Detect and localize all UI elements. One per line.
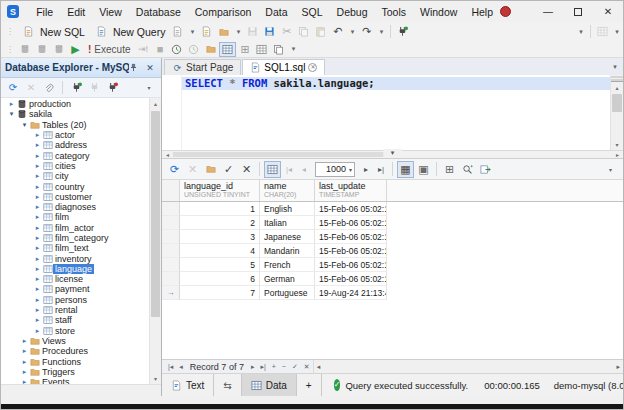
menu-edit[interactable]: Edit <box>60 1 92 22</box>
query-history-icon[interactable] <box>168 41 185 57</box>
expand-icon[interactable]: ▸ <box>33 141 42 149</box>
tree-item-customer[interactable]: ▸customer <box>1 192 149 202</box>
collapse-results-icon[interactable]: ▾ <box>383 149 403 157</box>
attach-icon[interactable] <box>41 80 57 96</box>
find-icon[interactable] <box>459 161 476 178</box>
prev-page-icon[interactable]: ◂ <box>297 161 311 178</box>
tree-item-procedures[interactable]: ▸Procedures <box>1 346 149 356</box>
expand-icon[interactable]: ▸ <box>33 244 42 252</box>
menu-view[interactable]: View <box>92 1 129 22</box>
cancel-icon[interactable]: ✕ <box>184 161 201 178</box>
tree-item-production[interactable]: ▸production <box>1 99 149 109</box>
close-button[interactable]: ✕ <box>593 1 623 22</box>
query-plan-icon[interactable] <box>202 41 219 57</box>
fetch-all-icon[interactable] <box>202 161 219 178</box>
expand-icon[interactable]: ▸ <box>33 213 42 221</box>
layout-icon[interactable]: ⊞ <box>236 41 253 57</box>
cell-last_update[interactable]: 15-Feb-06 05:02:19 <box>315 230 387 244</box>
new-window-icon[interactable] <box>270 41 287 57</box>
editor-scrollbar[interactable]: ▴ ▾ <box>610 75 623 150</box>
expand-icon[interactable]: ▸ <box>33 193 42 201</box>
expand-icon[interactable]: ▸ <box>20 337 29 345</box>
toolbar-grip[interactable]: ⋮ <box>3 45 16 54</box>
redo-icon[interactable]: ↷ <box>358 22 375 41</box>
execute-button[interactable]: ! Execute <box>84 41 134 57</box>
tree-item-payment[interactable]: ▸payment <box>1 284 149 294</box>
expand-icon[interactable]: ▸ <box>33 316 42 324</box>
data-toolbar-overflow-icon[interactable]: ▾ <box>602 161 619 178</box>
tab-sql1[interactable]: SQL1.sql ✕ <box>242 59 325 75</box>
post-edit-icon[interactable]: ✓ <box>289 363 301 371</box>
cut-icon[interactable]: ✂ <box>278 22 295 41</box>
tree-item-country[interactable]: ▸country <box>1 181 149 191</box>
paginal-mode-icon[interactable] <box>264 161 281 178</box>
tree-item-inventory[interactable]: ▸inventory <box>1 253 149 263</box>
cell-language_id[interactable]: 6 <box>180 272 260 286</box>
next-page-icon[interactable]: ▸ <box>359 161 373 178</box>
scroll-thumb[interactable] <box>612 94 622 112</box>
expand-icon[interactable]: ▸ <box>20 358 29 366</box>
tree-item-diagnoses[interactable]: ▸diagnoses <box>1 202 149 212</box>
page-size-select[interactable]: 1000 ▾ <box>315 162 355 177</box>
column-header-language_id[interactable]: language_idUNSIGNED TINYINT <box>180 180 260 201</box>
connect-icon[interactable] <box>68 80 84 96</box>
expand-icon[interactable]: ▸ <box>33 162 42 170</box>
database-icon[interactable] <box>33 41 50 57</box>
collapse-icon[interactable]: ▾ <box>20 121 29 129</box>
expand-icon[interactable]: ▸ <box>33 234 42 242</box>
last-page-icon[interactable]: ▸| <box>374 161 388 178</box>
next-record-icon[interactable]: ▸ <box>248 363 258 371</box>
tree-item-events[interactable]: ▸Events <box>1 377 149 384</box>
tree-scrollbar[interactable]: ▴ ▾ <box>149 98 161 384</box>
copy-icon[interactable] <box>295 22 312 41</box>
save-icon[interactable] <box>244 22 261 41</box>
customize-dropdown-icon[interactable]: ▾ <box>611 22 623 41</box>
open-file-dropdown-icon[interactable]: ▾ <box>232 22 244 41</box>
database-icon[interactable] <box>50 41 67 57</box>
column-header-last_update[interactable]: last_updateTIMESTAMP <box>315 180 387 201</box>
expand-icon[interactable]: ▸ <box>33 265 42 273</box>
cell-last_update[interactable]: 15-Feb-06 05:02:19 <box>315 272 387 286</box>
menu-help[interactable]: Help <box>464 1 500 22</box>
scroll-right-icon[interactable]: ▸ <box>613 363 623 371</box>
new-document-dropdown-icon[interactable]: ▾ <box>186 22 198 41</box>
cell-last_update[interactable]: 15-Feb-06 05:02:19 <box>315 216 387 230</box>
tab-start-page[interactable]: ⟳ Start Page <box>164 59 241 75</box>
apply-changes-icon[interactable]: ✓ <box>220 161 237 178</box>
tree-item-city[interactable]: ▸city <box>1 171 149 181</box>
expand-icon[interactable]: ▸ <box>7 100 16 108</box>
redo-dropdown-icon[interactable]: ▾ <box>375 22 387 41</box>
menu-comparison[interactable]: Comparison <box>188 1 259 22</box>
collapse-icon[interactable]: ▾ <box>7 110 16 118</box>
panel-close-icon[interactable]: ✕ <box>143 63 157 73</box>
query-profiler-icon[interactable] <box>185 41 202 57</box>
refresh-icon[interactable]: ⟳ <box>166 161 183 178</box>
explorer-overflow-icon[interactable]: ▾ <box>141 80 157 96</box>
table-row[interactable]: 1English15-Feb-06 05:02:19 <box>162 202 623 216</box>
tree-item-staff[interactable]: ▸staff <box>1 315 149 325</box>
new-sql-button[interactable]: New SQL <box>16 22 89 41</box>
scroll-up-icon[interactable]: ▴ <box>150 98 161 109</box>
cell-last_update[interactable]: 15-Feb-06 05:02:19 <box>315 258 387 272</box>
scroll-down-icon[interactable]: ▾ <box>150 373 161 384</box>
tree-item-store[interactable]: ▸store <box>1 326 149 336</box>
table-row[interactable]: 5French15-Feb-06 05:02:19 <box>162 258 623 272</box>
expand-icon[interactable]: ▸ <box>33 172 42 180</box>
undo-icon[interactable]: ↶ <box>329 22 346 41</box>
cell-name[interactable]: Mandarin <box>260 244 315 258</box>
stop-icon[interactable]: ■ <box>151 41 168 57</box>
tree-item-rental[interactable]: ▸rental <box>1 305 149 315</box>
cell-name[interactable]: Portuguese <box>260 286 315 300</box>
cell-language_id[interactable]: 7 <box>180 286 260 300</box>
tree-item-actor[interactable]: ▸actor <box>1 130 149 140</box>
cell-name[interactable]: French <box>260 258 315 272</box>
new-query-button[interactable]: New Query <box>89 22 170 41</box>
append-record-icon[interactable]: + <box>269 363 279 370</box>
expand-icon[interactable]: ▸ <box>33 152 42 160</box>
paste-icon[interactable] <box>312 22 329 41</box>
scroll-track[interactable] <box>150 109 161 373</box>
tree-item-film_category[interactable]: ▸film_category <box>1 233 149 243</box>
scroll-down-icon[interactable]: ▾ <box>611 139 623 150</box>
toolbar-grip[interactable]: ⋮ <box>3 27 16 36</box>
column-layout-icon[interactable]: ⊞ <box>441 161 458 178</box>
